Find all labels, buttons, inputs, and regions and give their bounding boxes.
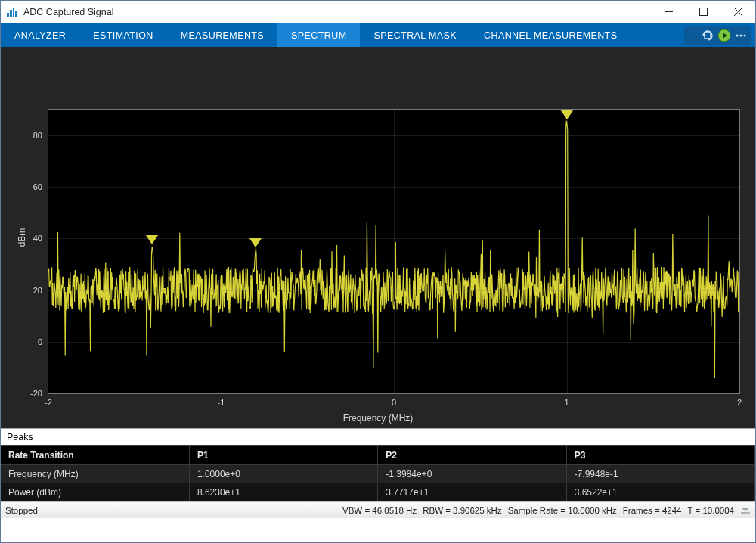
- status-vbw: VBW = 46.0518 Hz: [342, 506, 417, 515]
- peak-marker[interactable]: [561, 110, 573, 119]
- svg-point-5: [736, 34, 738, 36]
- peaks-header-0[interactable]: Rate Transition: [1, 446, 189, 465]
- titlebar: ADC Captured Signal: [1, 1, 755, 23]
- tab-channel-measurements[interactable]: CHANNEL MEASUREMENTS: [470, 23, 631, 47]
- expand-status-icon[interactable]: [740, 507, 751, 514]
- window-controls: [651, 1, 755, 23]
- y-tick: 20: [33, 286, 48, 295]
- peaks-table: Rate Transition P1 P2 P3 Frequency (MHz)…: [1, 445, 755, 501]
- x-axis-label: Frequency (MHz): [343, 413, 414, 424]
- app-icon: [5, 5, 19, 19]
- maximize-button[interactable]: [686, 1, 720, 23]
- status-rbw: RBW = 3.90625 kHz: [423, 506, 502, 515]
- restore-default-icon[interactable]: [699, 27, 716, 44]
- y-tick: 80: [33, 131, 48, 140]
- tab-estimation[interactable]: ESTIMATION: [79, 23, 166, 47]
- svg-point-6: [739, 34, 742, 36]
- tab-spectral-mask[interactable]: SPECTRAL MASK: [360, 23, 470, 47]
- y-tick: 40: [33, 234, 48, 243]
- svg-rect-1: [699, 8, 707, 16]
- status-t: T = 10.0004: [688, 506, 735, 515]
- table-row: Frequency (MHz) 1.0000e+0 -1.3984e+0 -7.…: [1, 465, 755, 484]
- svg-point-7: [743, 34, 745, 36]
- y-axis-label: dBm: [17, 228, 27, 247]
- y-tick: 0: [38, 337, 48, 346]
- x-tick: -1: [218, 398, 225, 407]
- status-frames: Frames = 4244: [623, 506, 682, 515]
- peaks-header-1[interactable]: P1: [189, 446, 377, 465]
- status-state: Stopped: [5, 506, 38, 515]
- spectrum-chart[interactable]: dBm Frequency (MHz) -20020406080-2-1012: [1, 47, 755, 428]
- y-tick: 60: [33, 182, 48, 191]
- y-tick: -20: [30, 389, 48, 398]
- window-title: ADC Captured Signal: [23, 7, 114, 17]
- more-options-icon[interactable]: [733, 27, 749, 44]
- peaks-header-3[interactable]: P3: [566, 446, 754, 465]
- status-sample-rate: Sample Rate = 10.0000 kHz: [508, 506, 617, 515]
- plot-area[interactable]: -20020406080-2-1012: [48, 109, 740, 394]
- x-tick: 2: [737, 398, 742, 407]
- tab-spectrum[interactable]: SPECTRUM: [277, 23, 360, 47]
- ribbon-tabstrip: ANALYZER ESTIMATION MEASUREMENTS SPECTRU…: [1, 23, 755, 47]
- tab-analyzer[interactable]: ANALYZER: [1, 23, 79, 47]
- toolstrip-quick-access: [684, 23, 755, 47]
- x-tick: -2: [45, 398, 52, 407]
- close-button[interactable]: [720, 1, 755, 23]
- tab-measurements[interactable]: MEASUREMENTS: [167, 23, 277, 47]
- status-bar: Stopped VBW = 46.0518 Hz RBW = 3.90625 k…: [1, 501, 755, 518]
- peaks-panel: Peaks Rate Transition P1 P2 P3 Frequency…: [1, 428, 755, 501]
- x-tick: 1: [564, 398, 569, 407]
- peaks-header-2[interactable]: P2: [378, 446, 566, 465]
- play-icon[interactable]: [716, 27, 733, 44]
- x-tick: 0: [392, 398, 396, 407]
- minimize-button[interactable]: [651, 1, 686, 23]
- peak-marker[interactable]: [146, 235, 158, 244]
- table-row: Power (dBm) 8.6230e+1 3.7717e+1 3.6522e+…: [1, 483, 755, 501]
- peak-marker[interactable]: [249, 238, 262, 247]
- peaks-title: Peaks: [1, 429, 755, 445]
